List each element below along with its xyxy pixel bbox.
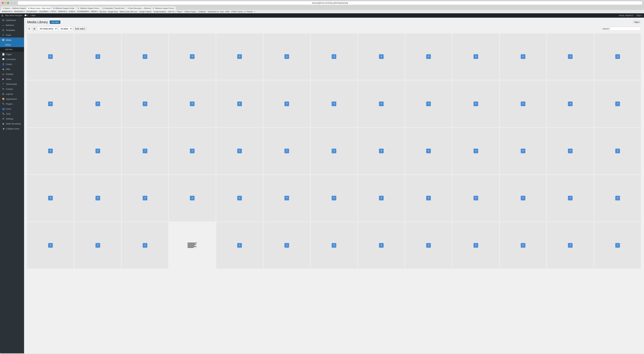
media-grid-item[interactable]: ?	[74, 80, 121, 127]
media-grid-item[interactable]: ?	[358, 80, 404, 127]
media-grid-item[interactable]: ?	[358, 33, 404, 80]
sidebar-item-tools[interactable]: 🔧 Tools	[0, 111, 24, 116]
media-grid-item[interactable]: ?	[27, 80, 74, 127]
media-grid-item[interactable]: ?	[358, 175, 404, 221]
media-grid-item[interactable]: ?	[594, 175, 641, 221]
media-grid-item[interactable]: ?	[500, 80, 546, 127]
bookmark-google-translate[interactable]: Google Tradutor	[139, 11, 152, 12]
media-grid-item[interactable]: ?	[405, 33, 452, 80]
media-grid-item[interactable]: ?	[264, 80, 310, 127]
media-grid-item[interactable]: ?	[74, 222, 121, 269]
bookmark-celebra[interactable]: CELEBRA ▾	[39, 10, 48, 12]
bookmark-kubo[interactable]: KUBO ▾	[69, 10, 75, 12]
media-grid-item[interactable]: ?	[358, 222, 404, 269]
media-grid-item[interactable]: ?	[311, 222, 357, 269]
media-grid-item[interactable]: ?	[169, 128, 216, 174]
bookmark-more[interactable]: »	[254, 11, 255, 12]
media-grid-item[interactable]: ?	[452, 222, 499, 269]
media-grid-item[interactable]: ?	[122, 175, 168, 221]
tab-new-discussion[interactable]: N New Discussion — Betheme Support Fo...	[126, 6, 151, 10]
tab-betheme-forum[interactable]: B Betheme Support Forum	[76, 6, 100, 10]
media-grid-item[interactable]: ?	[27, 222, 74, 269]
sidebar-item-clients[interactable]: 👤 Clients	[0, 62, 24, 67]
media-grid-item[interactable]: ?	[547, 222, 594, 269]
media-grid-item[interactable]: ?	[74, 128, 121, 174]
media-grid-item[interactable]: ?	[405, 80, 452, 127]
media-grid-item[interactable]: ?	[594, 222, 641, 269]
media-grid-item[interactable]: ?	[547, 80, 594, 127]
media-grid-item[interactable]: ?	[122, 80, 168, 127]
media-grid-item[interactable]: ?	[216, 128, 263, 174]
tab-search-betheme[interactable]: S Search — Betheme Support Forum	[1, 6, 26, 10]
bookmark-graphic[interactable]: GRAPHIC ▾	[58, 10, 67, 12]
sidebar-item-media[interactable]: 🖼 Media	[0, 37, 24, 42]
media-grid-item[interactable]: ?	[169, 80, 216, 127]
media-grid-item[interactable]: ?	[594, 128, 641, 174]
date-filter[interactable]: All dates	[58, 27, 72, 31]
tab-betheme-support-center[interactable]: Be Betheme Support Center	[52, 6, 76, 10]
sidebar-item-pages[interactable]: 📄 Pages	[0, 52, 24, 57]
toolbar-new[interactable]: + New	[30, 14, 35, 16]
sidebar-item-users[interactable]: 👥 Users	[0, 106, 24, 111]
help-button[interactable]: Help ▾	[633, 20, 641, 24]
media-grid-item[interactable]: ?	[547, 128, 594, 174]
tab-themeforest[interactable]: D Downloads | ThemeForest	[101, 6, 126, 10]
media-grid-item[interactable]: ?	[311, 175, 357, 221]
media-grid-item[interactable]: ?	[74, 175, 121, 221]
media-grid-item[interactable]: ?	[594, 33, 641, 80]
sidebar-item-collapse[interactable]: ◀ Collapse menu	[0, 126, 24, 131]
bookmark-estamparia[interactable]: ESTAMPARIA ▾	[77, 10, 89, 12]
media-grid-item[interactable]: ?	[216, 222, 263, 269]
maximize-button[interactable]	[7, 2, 9, 4]
sidebar-item-comments[interactable]: 💬 Comments	[0, 57, 24, 62]
media-grid-item[interactable]: ?	[500, 128, 546, 174]
address-bar[interactable]: www.wayhome.net.br/wp-admin/upload.php	[18, 1, 642, 5]
media-type-filter[interactable]: All media items	[38, 27, 57, 31]
tab-media-library[interactable]: W Media Library ‹ Way Home Soluções —...	[26, 6, 51, 10]
tab-betheme-forum-2[interactable]: B Betheme Support Forum	[151, 6, 176, 10]
sidebar-item-slider-revolution[interactable]: ◉ Slider Revolution	[0, 121, 24, 126]
sidebar-item-plugins[interactable]: 🔌 Plugins	[0, 101, 24, 106]
media-grid-item[interactable]	[169, 222, 216, 269]
media-grid-item[interactable]: ?	[122, 222, 168, 269]
bookmark-google-drive[interactable]: My Drive - Google Drive	[100, 11, 118, 12]
bookmark-notredame[interactable]: NotreDame Int...ficial - GNDI	[208, 11, 230, 12]
media-grid-item[interactable]: ?	[358, 128, 404, 174]
sidebar-item-betheme[interactable]: — Betheme	[0, 23, 24, 28]
bookmark-wix[interactable]: Minha Conta | Wix.com	[120, 11, 138, 12]
bookmark-cap[interactable]: CAP 3.0 — Page 3	[168, 11, 182, 12]
media-grid-item[interactable]: ?	[452, 33, 499, 80]
media-grid-item[interactable]: ?	[452, 80, 499, 127]
sidebar-item-testimonials[interactable]: ❝ Testimonials	[0, 82, 24, 86]
add-new-button[interactable]: Add New	[50, 20, 60, 24]
wp-logo[interactable]: ⊞	[1, 14, 3, 17]
sidebar-item-appearance[interactable]: 🎨 Appearance	[0, 96, 24, 101]
sidebar-item-library[interactable]: Library	[0, 42, 24, 47]
bookmark-facebook[interactable]: FACEBOOK ▾	[26, 10, 38, 12]
bookmark-google-analytics[interactable]: Google Analytics	[154, 11, 166, 12]
sidebar-item-slides[interactable]: ▶ Slides	[0, 77, 24, 82]
media-grid-item[interactable]: ?	[500, 33, 546, 80]
sidebar-item-layouts[interactable]: ⊞ Layouts	[0, 91, 24, 96]
media-grid-item[interactable]: ?	[264, 33, 310, 80]
media-grid-item[interactable]: ?	[122, 128, 168, 174]
media-grid-item[interactable]: ?	[452, 175, 499, 221]
media-grid-item[interactable]: ?	[169, 33, 216, 80]
media-grid-item[interactable]: ?	[216, 33, 263, 80]
media-grid-item[interactable]: ?	[27, 175, 74, 221]
media-grid-item[interactable]: ?	[594, 80, 641, 127]
media-grid-item[interactable]: ?	[500, 222, 546, 269]
media-grid-item[interactable]: ?	[311, 33, 357, 80]
media-grid-item[interactable]: ?	[264, 222, 310, 269]
sidebar-item-portfolio[interactable]: 🗂 Portfolio	[0, 72, 24, 77]
bookmark-html5[interactable]: HTML5 Tutoria...L 5 Tutorial	[231, 11, 252, 12]
media-grid-item[interactable]: ?	[216, 80, 263, 127]
media-grid-item[interactable]: ?	[405, 222, 452, 269]
media-grid-item[interactable]: ?	[452, 128, 499, 174]
sidebar-item-contact[interactable]: ✉ Contact	[0, 86, 24, 91]
bookmark-type[interactable]: TYPE ▾	[50, 10, 56, 12]
sidebar-item-templates[interactable]: ⊟ Templates	[0, 28, 24, 32]
toolbar-user[interactable]: Howdy, WayRe23	[619, 14, 634, 16]
search-input[interactable]	[610, 27, 641, 31]
bulk-select-button[interactable]: Bulk select	[74, 27, 87, 31]
